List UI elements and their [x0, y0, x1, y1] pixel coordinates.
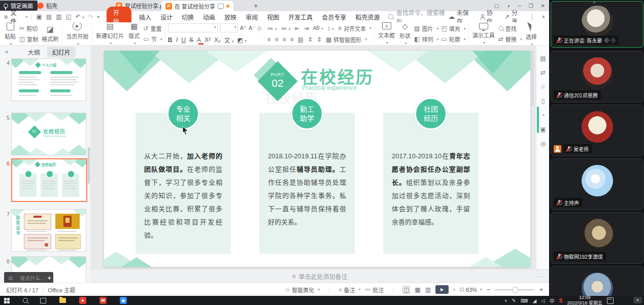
close-icon[interactable]: ✕: [541, 3, 545, 9]
redo-icon[interactable]: ↷: [88, 13, 93, 20]
tray-expand-icon[interactable]: ∧: [504, 298, 507, 303]
numbering-button[interactable]: ≕: [281, 25, 291, 32]
layout-mode-icon[interactable]: ▢: [494, 3, 499, 9]
decrease-font-button[interactable]: A⁻: [249, 25, 255, 31]
wps-app-icon[interactable]: W: [99, 297, 107, 304]
more-quick-icon[interactable]: ▾: [97, 15, 99, 19]
play-options-icon[interactable]: ▾: [453, 288, 455, 292]
slide-subtitle[interactable]: Practical experience: [302, 84, 357, 91]
notes-bar[interactable]: ≡ 单击此处添加备注 ⋯: [90, 269, 549, 283]
resources-icon[interactable]: ▯: [536, 97, 550, 105]
tab-document-active[interactable]: P 在 复试经验分享: [161, 1, 233, 11]
italic-button[interactable]: I: [176, 36, 178, 44]
content-text-3[interactable]: 2017.10-2019.10在青年志愿者协会担任办公室副部长。组织策划以及亲身…: [383, 150, 479, 229]
distribute-button[interactable]: ▤: [298, 36, 303, 43]
editor-scrollbar[interactable]: [531, 51, 534, 107]
zoom-out-button[interactable]: −: [487, 286, 491, 293]
transition-icon[interactable]: ⇄: [536, 69, 550, 76]
ribbon-tab-transition[interactable]: 切换: [182, 13, 194, 21]
splitter-handle-icon[interactable]: ⋯: [536, 273, 542, 280]
notification-center-icon[interactable]: [607, 297, 614, 304]
para-space-decrease-button[interactable]: ⇕: [317, 36, 322, 43]
taskbar-search-icon[interactable]: [23, 298, 28, 303]
zoom-slider[interactable]: [495, 289, 534, 290]
help-icon[interactable]: ◎: [536, 140, 550, 147]
zoom-in-button[interactable]: +: [539, 286, 543, 293]
normal-view-button[interactable]: ◫: [402, 286, 410, 294]
ribbon-tab-devtools[interactable]: 开发工具: [288, 13, 313, 21]
select-button[interactable]: 选择: [525, 22, 538, 46]
shapes-button[interactable]: ◇ 形状: [398, 22, 412, 46]
taskbar-clock[interactable]: 12:09 2022/3/18 星期五: [567, 295, 602, 305]
align-center-button[interactable]: ≡: [275, 36, 279, 43]
sidebar-scroll-indicator[interactable]: [537, 107, 539, 133]
panel-scrollbar[interactable]: [88, 147, 90, 184]
play-from-current-button[interactable]: ▶ 当页开始: [65, 22, 89, 46]
paste-button[interactable]: 粘贴: [4, 22, 17, 46]
font-size-combo[interactable]: [220, 23, 238, 32]
ribbon-tab-design[interactable]: 设计: [160, 13, 173, 21]
to-smartart-button[interactable]: ▦转智能图形: [326, 36, 367, 44]
emoji-icon[interactable]: ☺: [8, 275, 14, 281]
reading-view-button[interactable]: ▥: [425, 286, 431, 293]
task-view-icon[interactable]: [40, 298, 46, 303]
slide-canvas[interactable]: 在校经历 PART 02 在校经历 Practical experience 专…: [104, 51, 530, 267]
circle-label-2[interactable]: 勤工助学: [291, 97, 323, 130]
restore-icon[interactable]: ❐: [529, 3, 533, 9]
superscript-button[interactable]: X²: [205, 37, 211, 44]
save-icon[interactable]: ▣: [36, 13, 42, 20]
start-button[interactable]: [4, 298, 10, 303]
circle-label-3[interactable]: 社团经历: [415, 97, 447, 130]
circle-label-1[interactable]: 专业相关: [167, 97, 199, 130]
strikethrough-button[interactable]: S: [189, 37, 193, 44]
layout-button[interactable]: ▦ 版式: [127, 22, 141, 46]
keyboard-icon[interactable]: ⌨: [521, 298, 528, 303]
slide-thumbnail-6-selected[interactable]: 在校经历: [11, 158, 87, 202]
volume-icon[interactable]: ◁: [541, 298, 545, 303]
font-color-button[interactable]: A: [197, 37, 201, 44]
ime-indicator[interactable]: 中: [550, 297, 555, 304]
cut-button[interactable]: ✂剪切: [19, 24, 38, 32]
zoom-slider-knob[interactable]: [512, 287, 519, 293]
text-direction-button[interactable]: AB: [313, 25, 323, 31]
subscript-button[interactable]: X₂: [214, 37, 221, 44]
tab-outline[interactable]: 大纲: [28, 48, 40, 56]
align-left-button[interactable]: ≡: [267, 36, 270, 43]
copy-button[interactable]: ◫复制: [19, 35, 38, 43]
notes-placeholder[interactable]: 单击此处添加备注: [299, 272, 348, 281]
theme-icon[interactable]: ◑: [507, 3, 510, 9]
tab-daoke[interactable]: 稻壳: [33, 0, 61, 11]
pen-icon[interactable]: ✎: [512, 298, 516, 303]
sogou-icon[interactable]: S: [559, 298, 563, 303]
slide-editor-area[interactable]: 在校经历 PART 02 在校经历 Practical experience 专…: [90, 46, 536, 269]
preview-icon[interactable]: ◱: [66, 13, 72, 20]
new-tab-button[interactable]: +: [250, 0, 262, 11]
line-spacing-button[interactable]: ↕: [327, 25, 334, 32]
slide-sorter-button[interactable]: ▦: [415, 286, 420, 293]
font-name-combo[interactable]: [168, 23, 218, 32]
ribbon-tab-daoke-res[interactable]: 稻壳资源: [355, 13, 380, 21]
slideshow-play-button[interactable]: ▶: [435, 285, 449, 294]
fill-button[interactable]: ◰填充: [441, 24, 465, 32]
section-button[interactable]: ▭节: [143, 35, 162, 43]
presentation-tools-button[interactable]: 演示工具: [471, 23, 496, 45]
panel-collapse-chevron[interactable]: ∧: [593, 0, 596, 5]
minimize-icon[interactable]: ─: [518, 3, 521, 9]
print-icon[interactable]: ▥: [56, 13, 61, 20]
wps-office-app-icon[interactable]: ●: [79, 297, 86, 304]
ribbon-tab-animation[interactable]: 动画: [203, 13, 215, 21]
slide-thumbnail-5[interactable]: 02 在校经历 Practical experience: [11, 113, 86, 155]
participant-tile[interactable]: 物联网192李澳琪: [551, 212, 643, 264]
decrease-indent-button[interactable]: ⇤: [295, 25, 300, 32]
ribbon-tab-member[interactable]: 会员专享: [322, 13, 346, 21]
meeting-chat-overlay[interactable]: ☺ 说点什么... +: [4, 272, 53, 283]
tab-slides[interactable]: 幻灯片: [47, 47, 76, 57]
participant-tile-speaking[interactable]: 正在讲话: 陈永聚: [551, 1, 643, 48]
comments-button[interactable]: ▭ 批注: [365, 286, 384, 294]
outline-button[interactable]: ▭轮廓: [441, 35, 465, 43]
more-menu-icon[interactable]: ⋮: [529, 13, 535, 20]
underline-button[interactable]: U: [181, 37, 186, 44]
slide-thumbnail-7[interactable]: 获奖证书: [11, 209, 86, 252]
ribbon-tab-review[interactable]: 审阅: [246, 13, 258, 21]
format-painter-button[interactable]: ◪ 格式刷: [41, 25, 59, 43]
